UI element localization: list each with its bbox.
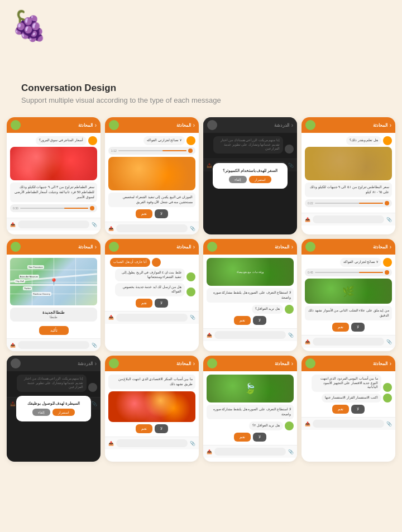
phone-footer-12: 📎 📤 <box>302 417 395 430</box>
modal-cancel-9[interactable]: إلغاء <box>32 409 50 416</box>
header-title-1: المحادثة <box>21 123 95 128</box>
phone-header-12: ‹ المحادثة <box>302 356 395 371</box>
message-input-2[interactable] <box>116 224 188 232</box>
header-title-10: المحادثة <box>119 361 193 366</box>
yes-button-8[interactable]: نعم <box>332 323 349 332</box>
no-button-7[interactable]: لا <box>253 316 266 325</box>
avatar-12 <box>305 358 315 368</box>
message-input-12[interactable] <box>313 420 384 428</box>
message-input-11[interactable] <box>214 448 286 456</box>
modal-title-3: السفر للهدف باستخدام الكمبيوتر؟ <box>218 169 282 173</box>
modal-box-3: السفر للهدف باستخدام الكمبيوتر؟ استمرار … <box>213 163 288 189</box>
product-image-tomato <box>10 147 97 180</box>
map-image: San Francisco Asian Art Museum City Hall… <box>10 258 97 305</box>
phone-footer-5: 📎 📤 <box>7 338 100 351</box>
avatar-2 <box>109 120 119 130</box>
received-row-6a: غلط بنت ان ٤ الموارف في الريح يطول إلى ت… <box>108 269 195 281</box>
location-name: طنطا الجديدةطنطا <box>10 308 97 322</box>
description-8: من إيد ملق على علاء الشلب الثاني من الأس… <box>305 306 392 320</box>
phones-grid: ‹ المحادثة أسعار المتاجر في سوق المرور؟ … <box>7 117 395 462</box>
back-arrow-icon[interactable]: ‹ <box>95 122 97 128</box>
yes-button-2[interactable]: نعم <box>136 209 152 218</box>
info-text-2: الموزان في البيع يكمن إلى تنفيذ الشعراء … <box>108 193 195 207</box>
back-arrow-icon-4[interactable]: ‹ <box>390 122 391 128</box>
yes-button-11[interactable]: نعم <box>234 433 251 442</box>
question-row-11: هل تريد العواقل ٢؟ <box>207 421 294 430</box>
user-avatar-4 <box>383 136 392 145</box>
phone-header-7: ‹ المحادثة <box>203 239 297 255</box>
message-input[interactable] <box>18 221 89 228</box>
phone-card-10: ‹ المحادثة ما بين أسباب المنكر الاقتصادي… <box>105 356 199 462</box>
phone-content-8: ٧ نصائح لجزارتي الفواكه 0:45 🌿 من إيد مل… <box>302 255 395 335</box>
message-input-7[interactable] <box>214 331 286 339</box>
product-image-potato <box>305 147 392 180</box>
page-title: Conversation Design <box>21 83 221 94</box>
phone-content-5: San Francisco Asian Art Museum City Hall… <box>7 255 100 338</box>
confirm-location-button[interactable]: تأكيد <box>39 326 69 335</box>
confirm-btn-wrap: تأكيد <box>10 324 97 335</box>
phone-content-7: ورقة نبات مع بقع بيضاء لا استطاع التعرف … <box>203 255 297 328</box>
phone-card-1: ‹ المحادثة أسعار المتاجر في سوق المرور؟ … <box>7 117 100 234</box>
modal-confirm-3[interactable]: استمرار <box>249 176 271 183</box>
back-arrow-icon-7[interactable]: ‹ <box>291 244 293 250</box>
phone-content-10: ما بين أسباب المنكر الاقتصادي الذي انتهت… <box>105 371 199 437</box>
message-input-8[interactable] <box>313 338 384 346</box>
back-arrow-icon-10[interactable]: ‹ <box>193 361 195 367</box>
message-input-5[interactable] <box>18 341 89 349</box>
yes-button-10[interactable]: نعم <box>136 424 152 433</box>
chat-row-12a: ما بين أسباب اليومي المردود الذي انتهت ا… <box>305 375 392 392</box>
back-arrow-icon-2[interactable]: ‹ <box>193 122 195 128</box>
header-title-7: المحادثة <box>217 245 291 250</box>
avatar-6 <box>109 242 119 252</box>
header-title-4: المحادثة <box>315 123 390 128</box>
phone-card-9: ‹ الدردشة إنا منهم مريكت الزراعي هستاذك … <box>7 356 100 462</box>
no-button-12[interactable]: لا <box>351 405 365 414</box>
header-section: Conversation Design Support multiple vis… <box>21 83 221 104</box>
modal-cancel-3[interactable]: إلغاء <box>229 176 247 183</box>
message-input-10[interactable] <box>116 439 188 447</box>
received-bubble-6a: غلط بنت ان ٤ الموارف في الريح يطول إلى ت… <box>115 269 185 281</box>
phone-card-2: ‹ المحادثة ٧ نصائح لجزارتي الفواكه 1:12 … <box>105 117 199 234</box>
yes-button-6[interactable]: نعم <box>136 299 152 308</box>
user-avatar-2 <box>186 136 195 145</box>
phone-footer-2: 📎 📤 <box>105 222 199 234</box>
audio-bar-8: 0:45 <box>305 269 392 276</box>
bot-avatar-6 <box>186 272 195 281</box>
action-buttons-12: لا نعم <box>305 405 392 414</box>
back-arrow-icon-12[interactable]: ‹ <box>390 361 391 367</box>
yes-button-12[interactable]: نعم <box>332 405 349 414</box>
phone-content-6: أنا عارف أن هل الشباب غلط بنت ان ٤ الموا… <box>105 255 199 311</box>
audio-bar: 0:30 <box>10 204 97 212</box>
phone-card-5: ‹ المحادثة San Francisco Asian Art Museu… <box>7 239 100 351</box>
back-arrow-icon-5[interactable]: ‹ <box>95 244 97 250</box>
avatar-11 <box>207 358 217 368</box>
no-button-10[interactable]: لا <box>155 424 168 433</box>
no-button-11[interactable]: لا <box>253 433 266 442</box>
leaf-image-7: ورقة نبات مع بقع بيضاء <box>207 258 294 286</box>
avatar-5 <box>11 242 21 252</box>
action-buttons-6: لا نعم <box>108 299 195 308</box>
question-row-7: هل تريد العواقل؟ <box>207 305 294 314</box>
sent-bubble-6: أنا عارف أن هل الشباب <box>110 258 150 267</box>
price-info-4: سعر البطاطس تتراوح من ٥.١ الى ٩ جنيهات ل… <box>305 183 392 197</box>
received-bubble-6b: هل من ارسل لك ايد خدمة جديدة بخصوص الفوا… <box>115 283 185 296</box>
no-button-8[interactable]: لا <box>351 323 365 332</box>
back-arrow-icon-6[interactable]: ‹ <box>193 244 195 250</box>
back-arrow-icon-8[interactable]: ‹ <box>390 244 391 250</box>
avatar-10 <box>109 358 119 368</box>
yes-button-7[interactable]: نعم <box>234 316 251 325</box>
phone-content-12: ما بين أسباب اليومي المردود الذي انتهت ا… <box>302 371 395 417</box>
no-button-6[interactable]: لا <box>155 299 168 308</box>
no-button-2[interactable]: لا <box>155 209 168 218</box>
phone-footer-6: 📎 📤 <box>105 311 199 324</box>
phone-footer-11: 📎 📤 <box>203 445 297 458</box>
message-input-4[interactable] <box>313 215 384 223</box>
back-arrow-icon-11[interactable]: ‹ <box>291 361 293 367</box>
message-input-6[interactable] <box>116 314 188 322</box>
phone-card-12: ‹ المحادثة ما بين أسباب اليومي المردود ا… <box>302 356 395 462</box>
bot-avatar-11 <box>285 421 294 430</box>
phone-card-4: ‹ المحادثة هل تعلم وبقدر ذلك؟ سعر البطاط… <box>302 117 395 234</box>
modal-confirm-9[interactable]: استمرار <box>52 409 75 416</box>
header-title-11: المحادثة <box>217 361 291 366</box>
advice-bubble-12b: اكتب الاستفسار القرار الاستفسار عنها <box>322 394 381 402</box>
